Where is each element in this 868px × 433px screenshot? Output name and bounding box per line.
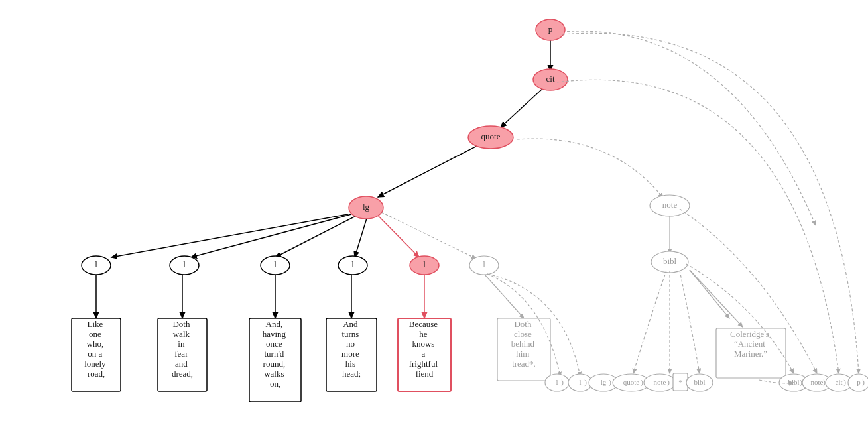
node-bibl-label: bibl (663, 256, 677, 266)
rect-text3-content: And, having once turn'd round, walks on, (263, 319, 288, 389)
node-cit-label: cit (546, 74, 555, 84)
svg-line-8 (381, 212, 476, 259)
svg-text:): ) (843, 378, 846, 387)
node-l5-label: l (423, 259, 426, 269)
svg-text:*: * (678, 378, 682, 386)
svg-line-6 (355, 214, 368, 257)
svg-line-3 (111, 214, 348, 257)
rect-text1-content: Like one who, on a lonely road, (84, 319, 108, 379)
svg-text:p: p (857, 378, 861, 386)
svg-text:): ) (641, 378, 643, 387)
svg-text:l: l (579, 378, 581, 386)
svg-line-2 (378, 144, 481, 197)
svg-text:): ) (862, 378, 865, 387)
rect-text4-content: And turns no more his head; (341, 319, 361, 379)
rect-coleridge-content: Coleridge's “Ancient Mariner.” (730, 329, 771, 359)
svg-line-4 (191, 214, 351, 257)
svg-text:l: l (556, 378, 558, 386)
rect-text6-content: Doth close behind him tread*. (511, 319, 537, 369)
svg-text:): ) (561, 378, 564, 387)
node-l1-label: l (95, 259, 97, 269)
svg-text:): ) (584, 378, 587, 387)
node-l4-label: l (351, 259, 354, 269)
svg-text:bibl: bibl (694, 378, 705, 386)
svg-line-16 (690, 270, 729, 318)
node-note-label: note (662, 200, 678, 210)
node-l6-label: l (483, 259, 485, 269)
node-l2-label: l (183, 259, 186, 269)
svg-text:lg: lg (601, 378, 607, 386)
node-l3-label: l (274, 259, 277, 269)
svg-line-36 (690, 270, 743, 327)
node-quote-label: quote (481, 131, 501, 141)
svg-text:note: note (654, 378, 666, 386)
svg-text:): ) (609, 378, 611, 387)
svg-text:note: note (811, 378, 824, 386)
svg-line-5 (275, 214, 359, 257)
rect-text2-content: Doth walk in fear and dread, (172, 319, 193, 379)
svg-text:bibl: bibl (788, 378, 799, 386)
svg-text:cit: cit (836, 378, 843, 386)
svg-line-1 (501, 88, 544, 127)
node-p-label: p (548, 24, 553, 34)
tree-diagram: p cit quote lg l l l l l l note bibl Lik… (0, 0, 868, 433)
svg-line-14 (484, 274, 524, 318)
svg-text:): ) (667, 378, 670, 387)
svg-text:quote: quote (623, 378, 640, 386)
node-lg-label: lg (363, 202, 370, 212)
